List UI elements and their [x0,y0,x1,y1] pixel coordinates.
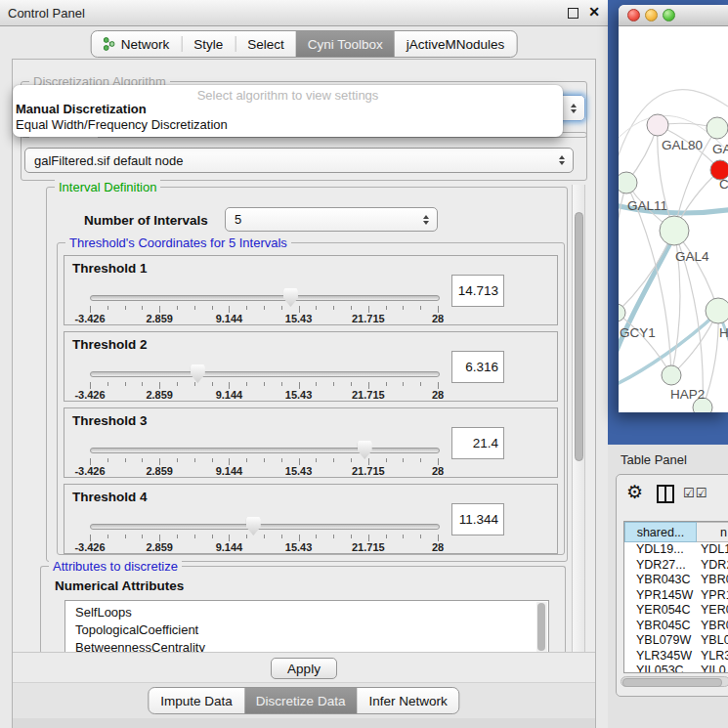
slider-tick [125,306,126,310]
dropdown-option-equal-width-frequency[interactable]: Equal Width/Frequency Discretization [16,117,228,132]
threshold-3-slider-track[interactable] [90,448,440,453]
close-icon[interactable]: ✕ [588,4,600,20]
slider-tick [194,382,195,386]
column-header-shared-name[interactable]: shared... [624,522,697,542]
threshold-3-slider-thumb[interactable] [358,441,372,459]
slider-tick [125,382,126,386]
table-horizontal-scrollbar[interactable] [621,676,728,687]
table-horizontal-scrollbar-thumb[interactable] [622,678,722,687]
table-data-combobox[interactable]: galFiltered.sif default node [24,148,574,173]
slider-tick-label: 9.144 [216,465,243,477]
slider-tick-label: 9.144 [216,389,243,401]
slider-tick [159,458,160,465]
cell: YER0 [697,603,728,619]
table-row[interactable]: YBR043CYBR0 [624,573,728,588]
cell: YBR0 [697,573,728,588]
threshold-4-value-field[interactable]: 11.344 [451,503,504,535]
content-scrollbar[interactable] [572,185,585,652]
cyni-toolbox-panel: Discretization Algorithm Select algorith… [12,59,596,728]
threshold-2-value-field[interactable]: 6.316 [451,351,504,383]
slider-tick-label: 21.715 [352,465,385,477]
threshold-2-slider-track[interactable] [90,371,440,377]
threshold-1-value-field[interactable]: 14.713 [451,275,504,307]
network-node-hnode[interactable] [706,298,728,323]
slider-tick [177,306,178,310]
zoom-traffic-light-icon[interactable] [663,9,675,21]
select-columns-icon[interactable]: ☑☑ [683,486,707,500]
number-of-intervals-combobox[interactable]: 5 [225,207,438,232]
slider-tick [438,458,439,465]
threshold-3-panel: Threshold 3 21.4 -3.4262.8599.14415.4321… [64,407,558,478]
tab-jactivemnodules[interactable]: jActiveMNodules [395,31,517,57]
threshold-2-slider-thumb[interactable] [191,364,205,383]
close-traffic-light-icon[interactable] [627,9,640,21]
threshold-4-slider-thumb[interactable] [246,517,261,535]
network-node-topright[interactable] [707,117,728,139]
network-node-hap2[interactable] [662,365,681,385]
tab-cyni-toolbox-label: Cyni Toolbox [308,37,383,52]
slider-tick [299,535,300,541]
network-graph[interactable]: GAL80GACGAL11GAL4GCY1HHAP2 [619,26,728,412]
list-item[interactable]: TopologicalCoefficient [65,621,548,639]
slider-tick-label: 21.715 [352,541,385,553]
table-row[interactable]: YBR045CYBR0 [624,619,728,634]
slider-tick [316,306,317,310]
minimize-traffic-light-icon[interactable] [645,9,658,21]
slider-tick [386,458,387,462]
slider-tick [212,535,213,538]
slider-tick [229,458,230,465]
slider-tick [316,535,317,538]
network-node-label: GCY1 [620,325,656,340]
tab-select[interactable]: Select [236,31,296,57]
threshold-2-label: Threshold 2 [72,337,148,352]
slider-tick [264,382,265,386]
threshold-4-slider-track[interactable] [90,524,440,530]
table-row[interactable]: YDL19...YDL1 [624,542,728,558]
tab-network[interactable]: Network [92,31,182,57]
content-scrollbar-thumb[interactable] [575,212,583,461]
dropdown-option-manual-discretization[interactable]: Manual Discretization [16,102,147,116]
list-scrollbar-thumb[interactable] [537,603,545,651]
table-row[interactable]: YPR145WYPR1 [624,588,728,604]
table-panel: Table Panel ⚙ ☑☑ shared... n YDL19...YDL… [608,445,728,728]
network-node-gal11[interactable] [619,172,637,193]
tab-discretize-data[interactable]: Discretize Data [244,688,358,713]
table-row[interactable]: YIL053CYIL0 [624,664,728,673]
table-row[interactable]: YER054CYER0 [624,603,728,619]
slider-tick [264,535,265,538]
slider-tick [368,382,369,389]
slider-tick-label: 28 [432,465,444,477]
tab-style[interactable]: Style [182,31,235,57]
apply-button[interactable]: Apply [271,658,337,679]
network-window-titlebar[interactable] [619,5,728,26]
list-scrollbar[interactable] [536,602,547,652]
gear-icon[interactable]: ⚙ [626,481,643,503]
slider-tick-label: -3.426 [74,389,105,401]
columns-icon[interactable] [657,485,674,503]
network-node-label: HAP2 [670,387,705,402]
apply-toolbar: Apply [13,652,595,683]
network-node-gal80[interactable] [647,114,668,136]
column-header-name[interactable]: n [697,522,728,542]
numerical-attributes-label: Numerical Attributes [55,578,184,593]
attributes-group: Attributes to discretize Numerical Attri… [40,566,566,654]
threshold-1-slider-track[interactable] [90,295,440,301]
float-window-icon[interactable] [568,8,578,19]
table-row[interactable]: YLR345WYLR3 [624,649,728,664]
slider-tick [438,306,439,313]
table-row[interactable]: YBL079WYBL0 [624,633,728,649]
cell: YPR1 [697,588,728,604]
threshold-1-label: Threshold 1 [72,261,148,276]
tab-impute-data[interactable]: Impute Data [149,688,244,713]
slider-tick [107,458,108,462]
table-row[interactable]: YDR27...YDR2 [624,558,728,574]
threshold-1-slider-thumb[interactable] [283,288,298,307]
attributes-group-label: Attributes to discretize [49,559,182,574]
list-item[interactable]: SelfLoops [65,601,548,621]
network-node-gal4[interactable] [660,216,689,245]
tab-cyni-toolbox[interactable]: Cyni Toolbox [296,31,395,57]
slider-tick [159,306,160,313]
tab-infer-network[interactable]: Infer Network [357,688,458,713]
slider-tick-label: 28 [432,313,444,324]
threshold-3-value-field[interactable]: 21.4 [451,427,504,459]
